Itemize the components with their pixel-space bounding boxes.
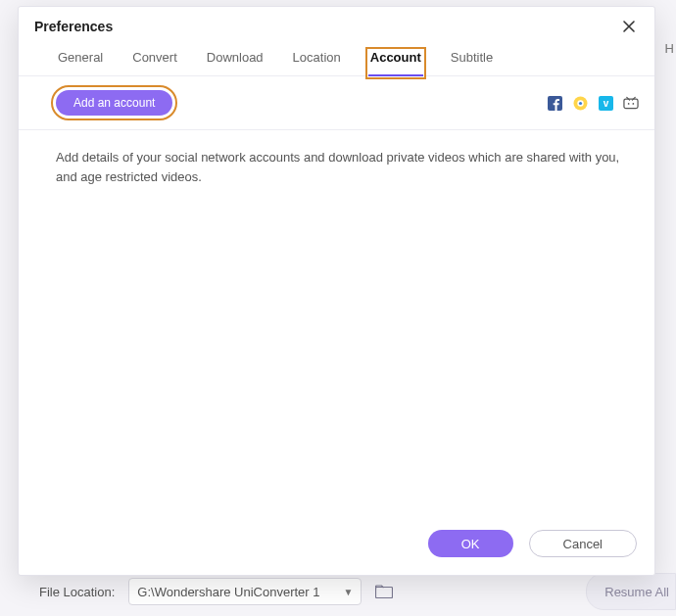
svg-rect-7 xyxy=(624,99,638,108)
preferences-dialog: Preferences General Convert Download Loc… xyxy=(18,6,655,576)
account-description: Add details of your social network accou… xyxy=(19,130,654,516)
folder-icon[interactable] xyxy=(375,585,393,598)
svg-point-8 xyxy=(628,103,630,105)
resume-label: Resume All xyxy=(604,585,669,599)
tab-account[interactable]: Account xyxy=(368,50,423,76)
tab-download[interactable]: Download xyxy=(205,50,266,75)
account-toolbar: Add an account v xyxy=(19,76,654,130)
tab-subtitle[interactable]: Subtitle xyxy=(449,50,495,75)
cancel-button[interactable]: Cancel xyxy=(529,530,637,557)
browser-globe-icon[interactable] xyxy=(572,95,588,111)
close-icon xyxy=(622,20,636,33)
tab-convert[interactable]: Convert xyxy=(130,50,179,75)
add-account-highlight: Add an account xyxy=(56,90,172,116)
file-location-select[interactable]: G:\Wondershare UniConverter 1 ▼ xyxy=(128,578,362,605)
svg-rect-0 xyxy=(376,588,393,598)
dialog-title: Preferences xyxy=(34,19,113,34)
chevron-down-icon: ▼ xyxy=(343,587,353,597)
ok-button[interactable]: OK xyxy=(428,530,513,557)
bilibili-icon[interactable] xyxy=(623,95,639,111)
vimeo-icon[interactable]: v xyxy=(598,95,613,111)
resume-all-button[interactable]: Resume All xyxy=(586,573,676,610)
file-location-label: File Location: xyxy=(39,585,115,599)
dialog-header: Preferences xyxy=(19,7,654,36)
svg-point-9 xyxy=(633,103,635,105)
tab-bar: General Convert Download Location Accoun… xyxy=(19,36,654,76)
tab-location[interactable]: Location xyxy=(291,50,343,75)
facebook-icon[interactable] xyxy=(547,95,562,111)
svg-text:v: v xyxy=(603,98,608,109)
file-location-value: G:\Wondershare UniConverter 1 xyxy=(137,585,319,599)
svg-point-4 xyxy=(578,101,581,104)
tab-general[interactable]: General xyxy=(56,50,105,75)
dialog-footer: OK Cancel xyxy=(19,516,654,575)
stray-letter: H xyxy=(665,41,674,56)
add-account-button[interactable]: Add an account xyxy=(56,90,172,116)
social-icons: v xyxy=(547,95,639,111)
close-button[interactable] xyxy=(619,17,639,36)
